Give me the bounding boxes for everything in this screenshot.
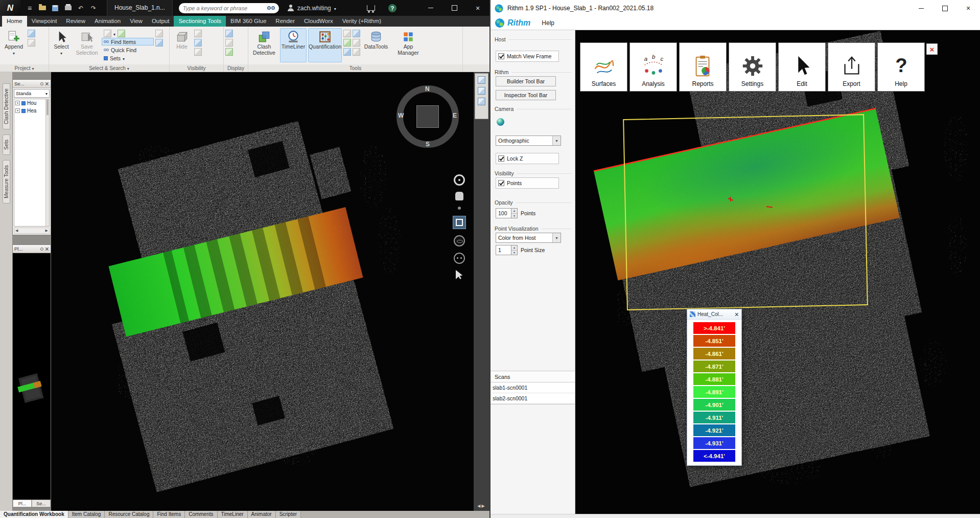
bottom-panel-tab[interactable]: Comments [185, 511, 217, 518]
undo-icon[interactable] [76, 4, 85, 13]
open-file-icon[interactable] [38, 4, 47, 13]
tree-vertical-scrollbar[interactable] [45, 99, 49, 226]
reports-button[interactable]: Reports [679, 42, 727, 92]
tree-horizontal-scrollbar[interactable] [14, 228, 50, 234]
help-icon[interactable]: ? [388, 4, 396, 12]
ribbon-tab[interactable]: Render [271, 16, 299, 27]
plan-panel-tab[interactable]: Pl... [13, 500, 32, 507]
user-account[interactable]: zach.whiting [287, 5, 336, 12]
toolbar-close-button[interactable] [926, 43, 938, 55]
checkbox-icon[interactable] [498, 155, 504, 162]
docked-panel-tab[interactable]: Sets [3, 134, 10, 155]
heat-color-legend-window[interactable]: Heat_Col... >-4.841' -4.851' -4.861' -4.… [687, 309, 742, 466]
plan-view-canvas[interactable] [13, 253, 51, 500]
navisworks-app-icon[interactable]: N [0, 0, 20, 16]
quick-find-button[interactable]: Quick Find [102, 46, 154, 54]
points-checkbox[interactable]: Points [496, 177, 559, 189]
scripter-tool-icon[interactable] [353, 30, 360, 37]
lock-z-checkbox[interactable]: Lock Z [496, 153, 559, 164]
scan-row[interactable]: slab2-scn0001 [491, 393, 575, 404]
save-icon[interactable] [51, 4, 60, 13]
help-button[interactable]: ? Help [877, 42, 925, 92]
select-same-icon[interactable] [155, 39, 163, 47]
quick-properties-icon[interactable] [225, 39, 233, 47]
append-button[interactable]: Append [2, 28, 26, 62]
redline-tool-icon[interactable] [343, 48, 351, 56]
orbit-icon[interactable] [454, 235, 465, 246]
redo-icon[interactable] [89, 4, 98, 13]
selection-box-icon[interactable] [104, 30, 111, 37]
checkbox-icon[interactable] [498, 53, 504, 59]
minimize-button[interactable] [909, 0, 933, 16]
ribbon-tab[interactable]: View [125, 16, 147, 27]
section-box-icon[interactable] [478, 87, 485, 95]
navigation-compass[interactable]: N S W E [396, 85, 459, 148]
match-view-frame-checkbox[interactable]: Match View Frame [496, 51, 559, 62]
plan-panel-tab[interactable]: Se... [32, 500, 51, 507]
tree-item[interactable]: Hou [14, 99, 49, 107]
compass-north[interactable]: N [425, 85, 430, 93]
ribbon-tab[interactable]: Home [2, 16, 27, 27]
export-button[interactable]: Export [828, 42, 875, 92]
comments-tool-icon[interactable] [353, 39, 360, 47]
section-plane-icon[interactable] [478, 76, 485, 84]
ribbon-tab[interactable]: Viewpoint [27, 16, 62, 27]
links-icon[interactable] [225, 30, 233, 37]
scan-row[interactable]: slab1-scn0001 [491, 382, 575, 393]
hide-unselected-icon[interactable] [194, 39, 202, 47]
bottom-panel-tab[interactable]: Resource Catalog [105, 511, 153, 518]
properties-icon[interactable] [225, 48, 233, 56]
minimize-button[interactable] [419, 0, 442, 16]
checkbox-icon[interactable] [498, 180, 504, 186]
bottom-panel-tab[interactable]: Find Items [153, 511, 185, 518]
compass-south[interactable]: S [426, 141, 430, 148]
camera-sphere-icon[interactable] [497, 118, 504, 126]
bottom-panel-tab[interactable]: Animator [248, 511, 276, 518]
settings-button[interactable]: Settings [729, 42, 776, 92]
ribbon-tab[interactable]: Sectioning Tools [174, 16, 226, 27]
legend-titlebar[interactable]: Heat_Col... [687, 309, 741, 320]
maximize-button[interactable] [933, 0, 956, 16]
datatools-button[interactable]: DataTools [362, 28, 390, 62]
section-link-icon[interactable] [478, 98, 485, 105]
bottom-panel-tab[interactable]: Scripter [276, 511, 301, 518]
docked-panel-tab[interactable]: Clash Detective [3, 83, 10, 129]
clash-detective-button[interactable]: Clash Detective [250, 28, 278, 62]
selection-resolution-icon[interactable] [155, 30, 163, 37]
compass-east[interactable]: E [453, 112, 457, 119]
strip-scroll-arrows[interactable] [474, 504, 489, 508]
docked-panel-tab[interactable]: Measure Tools [3, 160, 10, 204]
close-panel-icon[interactable] [45, 245, 49, 253]
color-mode-dropdown[interactable]: Color from Host [496, 233, 561, 243]
app-menu-icon[interactable] [25, 4, 34, 13]
plan-view-header[interactable]: Pl... [13, 245, 51, 253]
zoom-window-icon[interactable] [453, 216, 466, 229]
selection-tree[interactable]: Hou Hea [14, 99, 50, 227]
group-label-project[interactable]: Project [0, 64, 49, 72]
app-manager-button[interactable]: App Manager [392, 28, 425, 62]
expand-icon[interactable] [15, 101, 20, 105]
scroll-left-icon[interactable] [477, 504, 481, 508]
point-size-spinner[interactable]: 1 [496, 245, 518, 255]
builder-tool-bar-button[interactable]: Builder Tool Bar [496, 76, 556, 86]
binoculars-icon[interactable] [267, 6, 275, 10]
scroll-left-icon[interactable] [15, 229, 18, 233]
find-items-button[interactable]: Find Items [102, 38, 154, 46]
compass-west[interactable]: W [398, 112, 404, 119]
spin-up-icon[interactable] [511, 209, 517, 213]
selection-tree-header[interactable]: Se... [13, 80, 51, 88]
surfaces-button[interactable]: Surfaces [580, 42, 627, 92]
bottom-panel-tab[interactable]: TimeLiner [218, 511, 248, 518]
bottom-panel-tab[interactable]: Quantification Workbook [0, 511, 68, 518]
expand-icon[interactable] [15, 108, 20, 113]
bottom-panel-tab[interactable]: Item Catalog [68, 511, 105, 518]
quantification-button[interactable]: Quantification [308, 28, 342, 62]
ribbon-tab[interactable]: Review [61, 16, 90, 27]
search-box[interactable] [179, 3, 279, 13]
opacity-spinner[interactable]: 100 [496, 208, 518, 218]
navisworks-3d-viewport[interactable]: N S W E [51, 72, 474, 511]
legend-close-icon[interactable] [735, 310, 739, 319]
ribbon-tab[interactable]: BIM 360 Glue [226, 16, 271, 27]
dropdown-caret-icon[interactable] [552, 136, 561, 145]
tags-tool-icon[interactable] [353, 48, 360, 56]
